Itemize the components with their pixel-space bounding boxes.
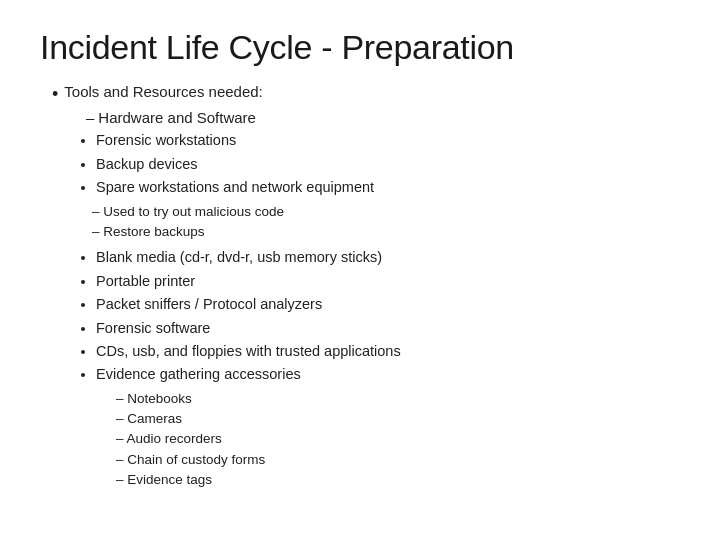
slide-container: Incident Life Cycle - Preparation • Tool…: [0, 0, 720, 540]
dash-item-audio: Audio recorders: [116, 429, 680, 449]
tools-resources-label: Tools and Resources needed:: [64, 83, 262, 100]
bullet-item-spare-ws: Spare workstations and network equipment: [96, 176, 680, 198]
sub-dash-list-2: Notebooks Cameras Audio recorders Chain …: [68, 389, 680, 490]
bullet-item-printer: Portable printer: [96, 270, 680, 292]
bullet-item-backup: Backup devices: [96, 153, 680, 175]
tools-resources-item: • Tools and Resources needed:: [52, 83, 680, 107]
dash-item-restore: Restore backups: [92, 222, 680, 242]
dash-item-malicious: Used to try out malicious code: [92, 202, 680, 222]
dash-item-evidence-tags: Evidence tags: [116, 470, 680, 490]
sub-dash-list-1: Used to try out malicious code Restore b…: [68, 202, 680, 243]
top-level-item: • Tools and Resources needed: – Hardware…: [52, 83, 680, 490]
hardware-software-heading: – Hardware and Software: [68, 109, 680, 126]
dash-prefix: –: [86, 109, 94, 126]
hardware-software-group: – Hardware and Software Forensic worksta…: [52, 109, 680, 490]
bullet-dot: •: [52, 82, 58, 107]
dash-item-chain-custody: Chain of custody forms: [116, 450, 680, 470]
top-bullets-list: Forensic workstations Backup devices Spa…: [68, 129, 680, 198]
bullet-item-forensic-software: Forensic software: [96, 317, 680, 339]
mid-bullets-list: Blank media (cd-r, dvd-r, usb memory sti…: [68, 246, 680, 386]
main-list: • Tools and Resources needed: – Hardware…: [40, 83, 680, 490]
bullet-item-packet-sniffers: Packet sniffers / Protocol analyzers: [96, 293, 680, 315]
bullet-item-forensic-ws: Forensic workstations: [96, 129, 680, 151]
hardware-software-label: Hardware and Software: [98, 109, 256, 126]
slide-title: Incident Life Cycle - Preparation: [40, 28, 680, 67]
dash-item-cameras: Cameras: [116, 409, 680, 429]
bullet-item-evidence-gathering: Evidence gathering accessories: [96, 363, 680, 385]
bullet-item-blank-media: Blank media (cd-r, dvd-r, usb memory sti…: [96, 246, 680, 268]
dash-item-notebooks: Notebooks: [116, 389, 680, 409]
bullet-item-cds-usb: CDs, usb, and floppies with trusted appl…: [96, 340, 680, 362]
